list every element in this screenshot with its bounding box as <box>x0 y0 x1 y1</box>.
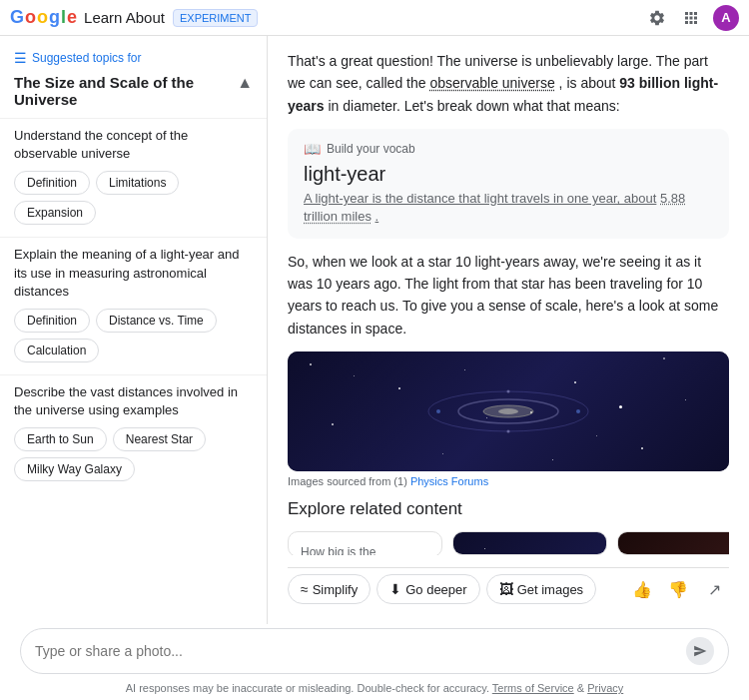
section-title-3: Describe the vast distances involved in … <box>14 383 253 419</box>
card-1-snippet: How big is the universe? Based on what w… <box>301 544 429 555</box>
section-title-1: Understand the concept of the observable… <box>14 127 253 163</box>
input-bar <box>20 628 729 674</box>
related-card-3[interactable]: ▶ How B How B Yo... <box>617 531 729 555</box>
suggested-topics-header: ☰ Suggested topics for <box>0 46 267 74</box>
images-icon: 🖼 <box>499 581 513 597</box>
bottom-toolbar: ≈ Simplify ⬇ Go deeper 🖼 Get images 👍 👎 … <box>288 567 729 610</box>
topics-icon: ☰ <box>14 50 27 66</box>
observable-universe-link[interactable]: observable universe <box>429 75 554 91</box>
apps-icon[interactable] <box>679 6 703 30</box>
top-bar-icons: A <box>645 5 739 31</box>
section-title-2: Explain the meaning of a light-year and … <box>14 246 253 301</box>
main-layout: ☰ Suggested topics for The Size and Scal… <box>0 36 749 624</box>
chip-definition-2[interactable]: Definition <box>14 309 90 333</box>
card-3-thumb-overlay: How B <box>618 532 729 555</box>
experiment-badge: EXPERIMENT <box>173 9 259 27</box>
collapse-chevron-icon[interactable]: ▲ <box>237 74 253 92</box>
vocab-header-label: Build your vocab <box>327 142 415 156</box>
terms-link[interactable]: Terms of Service <box>492 682 574 694</box>
card-2-thumb: ▶ How Big Is the Universe? <box>453 532 606 555</box>
topic-title: The Size and Scale of the Universe ▲ <box>0 74 267 118</box>
send-button[interactable] <box>686 637 714 665</box>
vocab-term: light-year <box>304 163 713 186</box>
content-area: That's a great question! The universe is… <box>268 36 749 624</box>
chip-calculation[interactable]: Calculation <box>14 339 99 362</box>
sidebar: ☰ Suggested topics for The Size and Scal… <box>0 36 268 624</box>
sidebar-section-1: Understand the concept of the observable… <box>0 118 267 237</box>
avatar[interactable]: A <box>713 5 739 31</box>
chip-definition-1[interactable]: Definition <box>14 171 90 195</box>
suggested-topics-label: Suggested topics for <box>32 51 141 65</box>
share-icon[interactable]: ↗ <box>699 574 729 604</box>
chips-row-3: Earth to Sun Nearest Star Milky Way Gala… <box>14 427 253 481</box>
chip-limitations[interactable]: Limitations <box>96 171 179 195</box>
vocab-card: 📖 Build your vocab light-year A light-ye… <box>288 129 729 238</box>
svg-point-6 <box>507 390 510 393</box>
footer-note: AI responses may be inaccurate or mislea… <box>0 678 749 700</box>
logo-letter-o1: o <box>25 7 35 28</box>
image-source-link[interactable]: Physics Forums <box>410 475 488 487</box>
related-cards: How big is the universe? Based on what w… <box>288 531 729 555</box>
logo-letter-g: G <box>10 7 23 28</box>
galaxy-svg <box>408 361 608 461</box>
logo-letter-e: e <box>67 7 76 28</box>
svg-point-5 <box>576 409 580 413</box>
thumbs-down-icon[interactable]: 👎 <box>663 574 693 604</box>
related-card-1[interactable]: How big is the universe? Based on what w… <box>288 531 442 555</box>
chip-expansion[interactable]: Expansion <box>14 201 96 225</box>
simplify-icon: ≈ <box>301 581 309 597</box>
intro-text-3: in diameter. Let's break down what that … <box>328 98 619 114</box>
chip-distance-vs-time[interactable]: Distance vs. Time <box>96 309 217 333</box>
related-heading: Explore related content <box>288 499 729 519</box>
go-deeper-button[interactable]: ⬇ Go deeper <box>376 574 479 604</box>
logo-letter-g2: g <box>49 7 59 28</box>
image-block: Images sourced from (1) Physics Forums <box>288 351 729 487</box>
chip-milky-way[interactable]: Milky Way Galaxy <box>14 457 135 481</box>
settings-icon[interactable] <box>645 6 669 30</box>
intro-paragraph: That's a great question! The universe is… <box>288 50 729 117</box>
logo-letter-l: l <box>61 7 65 28</box>
vocab-header: 📖 Build your vocab <box>304 141 713 157</box>
card-2-thumb-overlay: How Big Is the Universe? <box>453 532 606 555</box>
chips-row-2: Definition Distance vs. Time Calculation <box>14 309 253 362</box>
svg-point-4 <box>436 409 440 413</box>
chip-nearest-star[interactable]: Nearest Star <box>113 427 206 451</box>
privacy-link[interactable]: Privacy <box>587 682 623 694</box>
image-caption: Images sourced from (1) Physics Forums <box>288 475 729 487</box>
chat-input[interactable] <box>35 643 678 659</box>
related-card-2[interactable]: ▶ How Big Is the Universe? How Big Is th… <box>452 531 607 555</box>
get-images-button[interactable]: 🖼 Get images <box>486 574 596 604</box>
space-image <box>288 351 729 471</box>
book-icon: 📖 <box>304 141 321 157</box>
google-logo: G o o g l e <box>10 7 76 28</box>
svg-point-7 <box>507 430 510 433</box>
image-placeholder <box>288 351 729 471</box>
sidebar-section-3: Describe the vast distances involved in … <box>0 374 267 493</box>
card-3-thumb: ▶ How B <box>618 532 729 555</box>
chips-row-1: Definition Limitations Expansion <box>14 171 253 225</box>
sidebar-section-2: Explain the meaning of a light-year and … <box>0 237 267 374</box>
chip-earth-to-sun[interactable]: Earth to Sun <box>14 427 107 451</box>
go-deeper-icon: ⬇ <box>389 581 401 597</box>
logo-letter-o2: o <box>37 7 47 28</box>
vocab-definition: A light-year is the distance that light … <box>304 190 713 226</box>
thumbs-up-icon[interactable]: 👍 <box>627 574 657 604</box>
intro-text-2: , is about <box>559 75 616 91</box>
top-bar: G o o g l e Learn About EXPERIMENT A <box>0 0 749 36</box>
simplify-button[interactable]: ≈ Simplify <box>288 574 371 604</box>
learn-about-label: Learn About <box>84 9 165 26</box>
feedback-icons: 👍 👎 ↗ <box>627 574 729 604</box>
svg-point-3 <box>498 408 518 414</box>
content-paragraph: So, when we look at a star 10 light-year… <box>288 251 729 341</box>
